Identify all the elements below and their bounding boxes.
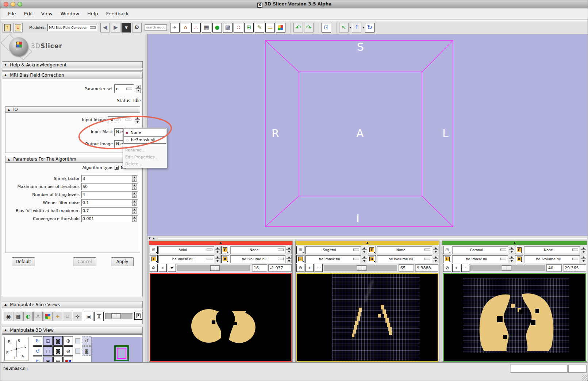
measurements-module-button[interactable]: ✎ (255, 23, 264, 32)
redo-button[interactable]: ↷ (304, 23, 314, 32)
splitter-expand-icon[interactable]: ▲ (151, 237, 155, 240)
slice-offset-field[interactable]: -1.937 (268, 264, 292, 272)
spin-view-button[interactable]: ↻ (33, 336, 42, 346)
slice-image-axial[interactable] (150, 273, 292, 362)
panel-divider[interactable] (145, 34, 147, 362)
background-layer-dropdown[interactable]: he3volume.nii (230, 255, 286, 263)
field-spinner[interactable] (132, 184, 137, 190)
volumes-module-button[interactable]: ▦ (202, 23, 211, 32)
help-acknowledgement-header[interactable]: ▼ Help & Acknowledgement (2, 61, 143, 68)
apply-button[interactable]: Apply (111, 257, 134, 266)
orientation-spinner[interactable] (509, 246, 514, 254)
field-spinner[interactable] (132, 200, 137, 206)
menu-help[interactable]: Help (83, 9, 102, 18)
screenshot-button[interactable]: ◙ (53, 336, 63, 346)
label-menu-button[interactable]: L▾ (150, 255, 158, 263)
field-spinner[interactable] (132, 176, 137, 182)
stack-button[interactable]: ▤ (53, 357, 63, 362)
module-history-button[interactable]: ▾ (122, 23, 131, 32)
menu-feedback[interactable]: Feedback (102, 9, 133, 18)
foreground-menu-button[interactable]: F▾ (368, 246, 376, 254)
background-spinner[interactable] (286, 255, 292, 263)
mouse-place-mode-button[interactable]: ↑ (352, 23, 361, 32)
view-axes-widget[interactable]: P S L R I A (4, 337, 28, 361)
slice-offset-field[interactable]: 29.365 (563, 264, 586, 272)
module-forward-button[interactable]: ▶ (111, 23, 120, 32)
viewport-3d[interactable]: S R A L I (147, 34, 588, 236)
refresh-button[interactable]: ↻ (365, 23, 374, 32)
background-spinner[interactable] (433, 255, 438, 263)
undo-button[interactable]: ↶ (293, 23, 303, 32)
center-view-button[interactable]: ⊡ (43, 336, 53, 346)
slice-image-coronal[interactable] (443, 273, 586, 362)
background-label-button[interactable]: B (94, 312, 104, 321)
rotate-ccw-button[interactable]: ↺ (33, 346, 42, 356)
menu-file[interactable]: File (4, 9, 20, 18)
fitting-levels-input[interactable]: 4 (81, 191, 138, 198)
wiener-noise-input[interactable]: 0.1 (81, 199, 138, 206)
layout-button[interactable]: ⊡ (322, 23, 331, 32)
menu-edit[interactable]: Edit (20, 9, 37, 18)
foreground-menu-button[interactable]: F▾ (515, 246, 523, 254)
module-section-header[interactable]: ▲ MRI Bias Field Correction (2, 72, 143, 78)
menu-item-rename[interactable]: Rename... (123, 147, 166, 154)
input-image-dropdown[interactable]: he...ii (108, 116, 133, 124)
rock-checkbox[interactable] (75, 349, 80, 354)
field-spinner[interactable] (132, 208, 137, 214)
cancel-button[interactable]: Cancel (73, 257, 96, 266)
compare-layout-button[interactable] (43, 312, 53, 321)
io-section-header[interactable]: ▲ IO (5, 106, 140, 113)
slice-offset-slider[interactable] (324, 265, 397, 271)
field-spinner[interactable] (132, 192, 137, 198)
slice-visibility-button[interactable]: ☀ (159, 264, 167, 272)
label-layer-dropdown[interactable]: he3mask.nii (158, 255, 214, 263)
pan-button[interactable]: ⊹ (73, 312, 82, 321)
menu-window[interactable]: Window (57, 9, 83, 18)
background-spinner[interactable] (581, 255, 586, 263)
visibility-3d-button[interactable]: ◉ (43, 357, 53, 362)
orientation-dropdown[interactable]: Coronal (452, 246, 508, 254)
slice-options-button[interactable]: ⋯▾ (168, 264, 176, 272)
background-menu-button[interactable]: B▾ (368, 255, 376, 263)
orientation-dropdown[interactable]: Sagittal (305, 246, 361, 254)
foreground-dropdown[interactable]: None (230, 246, 286, 254)
field-spinner[interactable] (132, 216, 137, 222)
orientation-spinner[interactable] (215, 246, 220, 254)
fit-slices-button[interactable]: F (134, 312, 142, 320)
spin-checkbox[interactable] (75, 338, 80, 343)
slice-offset-field[interactable]: 9.3888 (415, 264, 438, 272)
modules-dropdown[interactable]: MRI Bias Field Correction (47, 24, 97, 31)
orientation-menu-button[interactable]: ⊞▾ (443, 246, 451, 254)
mouse-pick-mode-button[interactable]: ↖ (339, 23, 349, 32)
grid-button[interactable]: ⌗ (63, 312, 72, 321)
editor-module-button[interactable]: ⊞ (244, 23, 254, 32)
menu-item-he3mask[interactable]: ◇ he3mask.nii (124, 136, 166, 143)
default-button[interactable]: Default (12, 257, 35, 266)
slice-index-field[interactable]: 40 (546, 264, 562, 272)
algorithm-type-radio[interactable] (115, 166, 119, 170)
home-module-button[interactable]: ⌂ (181, 23, 190, 32)
label-layer-dropdown[interactable]: he3mask.nii (305, 255, 361, 263)
label-spinner[interactable] (362, 255, 367, 263)
label-layer-dropdown[interactable]: he3mask.nii (452, 255, 508, 263)
ortho-view-button[interactable]: ◻ (43, 346, 53, 356)
menu-item-none[interactable]: ◆ None (124, 129, 166, 136)
convergence-threshold-input[interactable]: 0.001 (81, 215, 138, 222)
slice-visibility-button[interactable]: ☀ (452, 264, 460, 272)
foreground-dropdown[interactable]: None (524, 246, 580, 254)
save-scene-button[interactable]: ↧ (13, 23, 23, 32)
label-spinner[interactable] (509, 255, 514, 263)
parameters-section-header[interactable]: ▲ Parameters For The Algorithm (5, 156, 140, 162)
background-menu-button[interactable]: B▾ (515, 255, 523, 263)
rock-mode-button[interactable]: ◙ (82, 346, 91, 356)
search-modules-button[interactable]: ⌖ (170, 23, 180, 32)
menu-item-edit-properties[interactable]: Edit Properties... (123, 154, 166, 161)
slice-visibility-button[interactable]: ◉ (4, 312, 13, 321)
rotate-mode-button[interactable]: ↺ (82, 336, 91, 346)
input-image-spinner[interactable] (135, 116, 140, 124)
camera-button[interactable]: ◙ (53, 346, 63, 356)
shrink-factor-input[interactable]: 3 (81, 175, 138, 182)
orientation-menu-button[interactable]: ⊞▾ (296, 246, 304, 254)
module-back-button[interactable]: ◀ (100, 23, 110, 32)
link-controls-button[interactable]: ⊘ (443, 264, 451, 272)
